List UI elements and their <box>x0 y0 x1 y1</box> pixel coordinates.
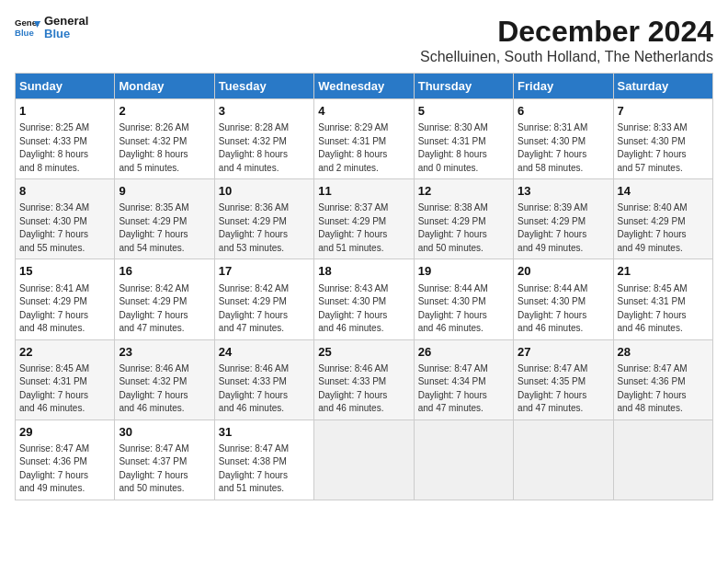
day-number: 12 <box>418 183 509 200</box>
day-number: 18 <box>318 263 409 280</box>
day-number: 22 <box>19 344 110 361</box>
calendar-cell: 26Sunrise: 8:47 AMSunset: 4:34 PMDayligh… <box>414 339 513 419</box>
day-info: Sunrise: 8:46 AMSunset: 4:33 PMDaylight:… <box>219 362 310 416</box>
header-tuesday: Tuesday <box>214 74 313 99</box>
day-info: Sunrise: 8:44 AMSunset: 4:30 PMDaylight:… <box>418 282 509 336</box>
header-monday: Monday <box>115 74 214 99</box>
day-number: 10 <box>219 183 310 200</box>
day-number: 24 <box>219 344 310 361</box>
day-info: Sunrise: 8:42 AMSunset: 4:29 PMDaylight:… <box>119 282 210 336</box>
day-info: Sunrise: 8:34 AMSunset: 4:30 PMDaylight:… <box>19 201 110 255</box>
calendar-cell: 12Sunrise: 8:38 AMSunset: 4:29 PMDayligh… <box>414 179 513 259</box>
day-number: 28 <box>618 344 709 361</box>
logo-line2: Blue <box>44 28 88 40</box>
logo: General Blue General Blue <box>15 15 88 41</box>
calendar-cell: 23Sunrise: 8:46 AMSunset: 4:32 PMDayligh… <box>115 339 214 419</box>
calendar-cell: 30Sunrise: 8:47 AMSunset: 4:37 PMDayligh… <box>115 419 214 500</box>
day-info: Sunrise: 8:25 AMSunset: 4:33 PMDaylight:… <box>19 121 110 175</box>
logo-icon: General Blue <box>15 15 40 40</box>
calendar-header-row: SundayMondayTuesdayWednesdayThursdayFrid… <box>16 74 713 99</box>
day-number: 15 <box>19 263 110 280</box>
calendar-table: SundayMondayTuesdayWednesdayThursdayFrid… <box>15 73 713 500</box>
calendar-cell: 14Sunrise: 8:40 AMSunset: 4:29 PMDayligh… <box>613 179 712 259</box>
calendar-cell: 10Sunrise: 8:36 AMSunset: 4:29 PMDayligh… <box>214 179 313 259</box>
calendar-week-1: 1Sunrise: 8:25 AMSunset: 4:33 PMDaylight… <box>16 99 713 179</box>
day-info: Sunrise: 8:46 AMSunset: 4:32 PMDaylight:… <box>119 362 210 416</box>
day-info: Sunrise: 8:28 AMSunset: 4:32 PMDaylight:… <box>219 121 310 175</box>
calendar-cell: 24Sunrise: 8:46 AMSunset: 4:33 PMDayligh… <box>214 339 313 419</box>
calendar-week-2: 8Sunrise: 8:34 AMSunset: 4:30 PMDaylight… <box>16 179 713 259</box>
day-number: 30 <box>119 424 210 441</box>
calendar-cell <box>314 419 414 500</box>
calendar-cell: 17Sunrise: 8:42 AMSunset: 4:29 PMDayligh… <box>214 259 313 339</box>
calendar-cell: 22Sunrise: 8:45 AMSunset: 4:31 PMDayligh… <box>16 339 115 419</box>
day-number: 29 <box>19 424 110 441</box>
calendar-cell <box>613 419 712 500</box>
header-friday: Friday <box>514 74 613 99</box>
day-info: Sunrise: 8:47 AMSunset: 4:34 PMDaylight:… <box>418 362 509 416</box>
calendar-cell: 25Sunrise: 8:46 AMSunset: 4:33 PMDayligh… <box>314 339 414 419</box>
calendar-cell: 13Sunrise: 8:39 AMSunset: 4:29 PMDayligh… <box>514 179 613 259</box>
day-info: Sunrise: 8:47 AMSunset: 4:38 PMDaylight:… <box>219 442 310 496</box>
day-number: 13 <box>518 183 609 200</box>
day-number: 9 <box>119 183 210 200</box>
calendar-title: December 2024 <box>420 15 713 49</box>
svg-text:Blue: Blue <box>15 28 34 38</box>
calendar-cell: 28Sunrise: 8:47 AMSunset: 4:36 PMDayligh… <box>613 339 712 419</box>
calendar-week-3: 15Sunrise: 8:41 AMSunset: 4:29 PMDayligh… <box>16 259 713 339</box>
day-info: Sunrise: 8:40 AMSunset: 4:29 PMDaylight:… <box>618 201 709 255</box>
day-number: 11 <box>318 183 409 200</box>
day-info: Sunrise: 8:45 AMSunset: 4:31 PMDaylight:… <box>618 282 709 336</box>
day-number: 26 <box>418 344 509 361</box>
day-info: Sunrise: 8:44 AMSunset: 4:30 PMDaylight:… <box>518 282 609 336</box>
calendar-cell: 20Sunrise: 8:44 AMSunset: 4:30 PMDayligh… <box>514 259 613 339</box>
calendar-cell: 9Sunrise: 8:35 AMSunset: 4:29 PMDaylight… <box>115 179 214 259</box>
day-number: 16 <box>119 263 210 280</box>
calendar-cell: 6Sunrise: 8:31 AMSunset: 4:30 PMDaylight… <box>514 99 613 179</box>
day-number: 8 <box>19 183 110 200</box>
calendar-cell: 16Sunrise: 8:42 AMSunset: 4:29 PMDayligh… <box>115 259 214 339</box>
day-info: Sunrise: 8:45 AMSunset: 4:31 PMDaylight:… <box>19 362 110 416</box>
calendar-cell: 18Sunrise: 8:43 AMSunset: 4:30 PMDayligh… <box>314 259 414 339</box>
day-info: Sunrise: 8:37 AMSunset: 4:29 PMDaylight:… <box>318 201 409 255</box>
calendar-subtitle: Schelluinen, South Holland, The Netherla… <box>420 49 713 65</box>
day-info: Sunrise: 8:42 AMSunset: 4:29 PMDaylight:… <box>219 282 310 336</box>
day-info: Sunrise: 8:47 AMSunset: 4:37 PMDaylight:… <box>119 442 210 496</box>
day-info: Sunrise: 8:46 AMSunset: 4:33 PMDaylight:… <box>318 362 409 416</box>
day-number: 23 <box>119 344 210 361</box>
calendar-cell: 15Sunrise: 8:41 AMSunset: 4:29 PMDayligh… <box>16 259 115 339</box>
day-number: 31 <box>219 424 310 441</box>
calendar-cell: 19Sunrise: 8:44 AMSunset: 4:30 PMDayligh… <box>414 259 513 339</box>
day-number: 19 <box>418 263 509 280</box>
day-info: Sunrise: 8:30 AMSunset: 4:31 PMDaylight:… <box>418 121 509 175</box>
day-number: 21 <box>618 263 709 280</box>
day-number: 14 <box>618 183 709 200</box>
calendar-cell: 27Sunrise: 8:47 AMSunset: 4:35 PMDayligh… <box>514 339 613 419</box>
day-number: 25 <box>318 344 409 361</box>
day-number: 20 <box>518 263 609 280</box>
calendar-cell: 4Sunrise: 8:29 AMSunset: 4:31 PMDaylight… <box>314 99 414 179</box>
calendar-cell: 31Sunrise: 8:47 AMSunset: 4:38 PMDayligh… <box>214 419 313 500</box>
page-header: General Blue General Blue December 2024 … <box>15 15 713 65</box>
day-number: 7 <box>618 103 709 120</box>
day-info: Sunrise: 8:31 AMSunset: 4:30 PMDaylight:… <box>518 121 609 175</box>
header-thursday: Thursday <box>414 74 513 99</box>
day-number: 1 <box>19 103 110 120</box>
day-number: 6 <box>518 103 609 120</box>
day-info: Sunrise: 8:36 AMSunset: 4:29 PMDaylight:… <box>219 201 310 255</box>
title-block: December 2024 Schelluinen, South Holland… <box>420 15 713 65</box>
calendar-cell: 11Sunrise: 8:37 AMSunset: 4:29 PMDayligh… <box>314 179 414 259</box>
calendar-cell: 7Sunrise: 8:33 AMSunset: 4:30 PMDaylight… <box>613 99 712 179</box>
day-info: Sunrise: 8:26 AMSunset: 4:32 PMDaylight:… <box>119 121 210 175</box>
day-info: Sunrise: 8:33 AMSunset: 4:30 PMDaylight:… <box>618 121 709 175</box>
day-number: 2 <box>119 103 210 120</box>
day-number: 27 <box>518 344 609 361</box>
day-info: Sunrise: 8:47 AMSunset: 4:35 PMDaylight:… <box>518 362 609 416</box>
day-info: Sunrise: 8:35 AMSunset: 4:29 PMDaylight:… <box>119 201 210 255</box>
day-number: 17 <box>219 263 310 280</box>
day-info: Sunrise: 8:38 AMSunset: 4:29 PMDaylight:… <box>418 201 509 255</box>
day-number: 5 <box>418 103 509 120</box>
day-number: 4 <box>318 103 409 120</box>
day-info: Sunrise: 8:41 AMSunset: 4:29 PMDaylight:… <box>19 282 110 336</box>
day-info: Sunrise: 8:39 AMSunset: 4:29 PMDaylight:… <box>518 201 609 255</box>
